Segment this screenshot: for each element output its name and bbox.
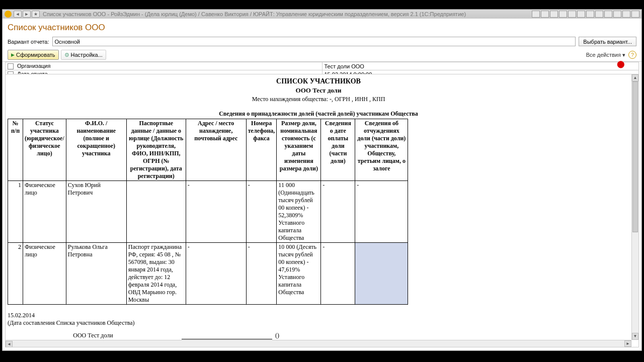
tb-btn-8[interactable] (595, 11, 603, 18)
tb-btn-3[interactable] (550, 11, 558, 18)
th-alienation: Сведения об отчуждениях доли (части доли… (355, 119, 408, 181)
scroll-thumb[interactable] (632, 81, 638, 232)
report-section: Сведения о принадлежности долей (частей … (8, 110, 629, 118)
gear-icon: ⚙ (64, 52, 69, 58)
play-icon: ▶ (11, 52, 15, 57)
toolbar: ▶ Сформировать ⚙ Настройка... Все действ… (3, 48, 641, 62)
org-label: Организация (17, 63, 50, 69)
sign-org: ООО Тест доли (8, 332, 179, 339)
form-button[interactable]: ▶ Сформировать (8, 50, 59, 60)
footer-date: 15.02.2014 (8, 312, 629, 319)
th-num: № п/п (8, 119, 23, 181)
report-content[interactable]: СПИСОК УЧАСТНИКОВ ООО Тест доли Место на… (6, 74, 631, 340)
th-share: Размер доли, номинальная стоимость (с ук… (277, 119, 321, 181)
titlebar: ◄ ► ★ Список участников ООО - РойзЭдмин … (3, 10, 641, 19)
page-title: Список участников ООО (3, 19, 641, 36)
table-row: 1 Физическое лицо Сухов Юрий Петрович - … (8, 181, 408, 243)
data-table: № п/п Статус участника (юридическое/физи… (8, 119, 408, 305)
settings-button[interactable]: ⚙ Настройка... (61, 50, 106, 60)
tb-btn-4[interactable] (559, 11, 567, 18)
minimize-icon[interactable] (613, 11, 621, 18)
vertical-scrollbar[interactable]: ▲ ▼ (631, 74, 638, 340)
table-row: 2 Физическое лицо Рулькова Ольга Петровн… (8, 243, 408, 305)
window-title: Список участников ООО - РойзЭдмин - (Дел… (43, 11, 532, 17)
select-variant-button[interactable]: Выбрать вариант... (579, 37, 636, 46)
org-value[interactable]: Тест доли ООО (322, 62, 639, 70)
th-paydate: Сведения о дате оплаты доли (части доли) (321, 119, 355, 181)
report-area: СПИСОК УЧАСТНИКОВ ООО Тест доли Место на… (5, 74, 639, 347)
tb-btn-6[interactable] (577, 11, 585, 18)
horizontal-scrollbar[interactable]: ◄ ► (6, 340, 631, 347)
maximize-icon[interactable] (622, 11, 630, 18)
close-icon[interactable] (631, 11, 639, 18)
th-status: Статус участника (юридическое/физическое… (23, 119, 66, 181)
tb-btn-7[interactable] (586, 11, 594, 18)
variant-input[interactable] (52, 37, 576, 46)
tb-btn-1[interactable] (532, 11, 540, 18)
scroll-left-icon[interactable]: ◄ (6, 341, 13, 347)
nav-fwd-icon[interactable]: ► (23, 11, 31, 18)
param-row-org: Организация Тест доли ООО (6, 62, 639, 70)
footer-note: (Дата составления Списка участников Обще… (8, 319, 629, 327)
nav-back-icon[interactable]: ◄ (14, 11, 22, 18)
variant-row: Вариант отчета: Выбрать вариант... (3, 36, 641, 48)
report-h1: СПИСОК УЧАСТНИКОВ (8, 77, 629, 85)
scroll-up-icon[interactable]: ▲ (632, 74, 638, 81)
settings-button-label: Настройка... (71, 52, 103, 58)
tb-btn-5[interactable] (568, 11, 576, 18)
titlebar-right (532, 11, 639, 18)
form-button-label: Сформировать (16, 52, 55, 58)
selected-cell[interactable] (355, 243, 408, 305)
sign-line (182, 332, 272, 339)
report-sub: Место нахождения общества: -, ОГРН , ИНН… (8, 96, 629, 103)
app-window: ◄ ► ★ Список участников ООО - РойзЭдмин … (2, 9, 642, 351)
th-passport: Паспортные данные / данные о юрлице (Дол… (126, 119, 186, 181)
tb-btn-2[interactable] (541, 11, 549, 18)
signature-row: ООО Тест доли () (8, 332, 629, 339)
variant-label: Вариант отчета: (8, 39, 49, 45)
th-address: Адрес / место нахождение, почтовый адрес (186, 119, 246, 181)
org-checkbox[interactable] (8, 63, 14, 69)
scroll-right-icon[interactable]: ► (624, 340, 631, 347)
table-header-row: № п/п Статус участника (юридическое/физи… (8, 119, 408, 181)
nav-fav-icon[interactable]: ★ (32, 11, 40, 18)
tb-btn-9[interactable] (604, 11, 612, 18)
report-h2: ООО Тест доли (8, 86, 629, 95)
titlebar-nav: ◄ ► ★ (14, 11, 40, 18)
sign-paren: () (275, 332, 279, 339)
help-icon[interactable]: ? (628, 51, 636, 59)
th-fio: Ф.И.О. / наименование (полное и сокращен… (66, 119, 126, 181)
app-icon (5, 11, 12, 18)
th-phone: Номера телефона, факса (246, 119, 277, 181)
all-actions-menu[interactable]: Все действия ▾ (586, 52, 625, 58)
scroll-down-icon[interactable]: ▼ (632, 333, 638, 340)
